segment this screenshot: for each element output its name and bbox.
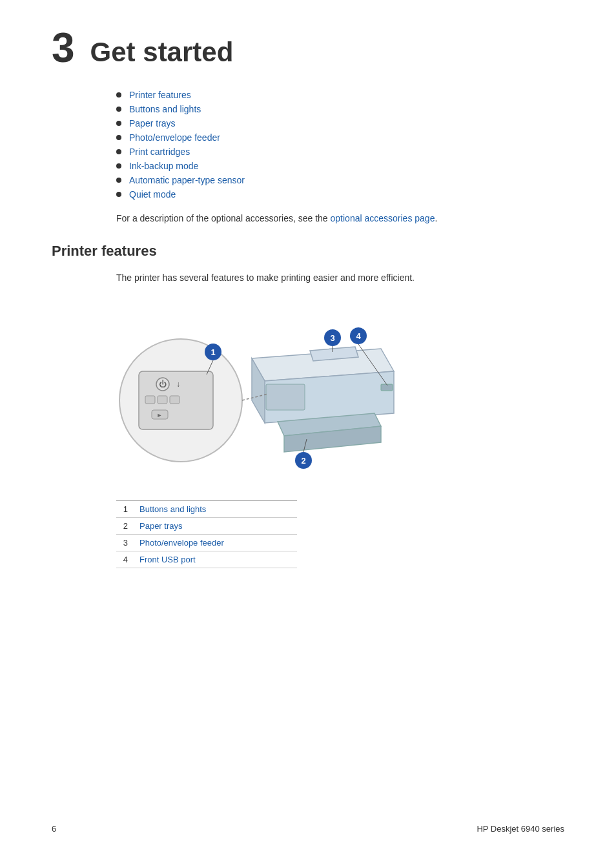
- toc-link-buttons-lights[interactable]: Buttons and lights: [129, 104, 201, 114]
- bullet-icon: [116, 163, 121, 169]
- list-item: Buttons and lights: [116, 102, 564, 116]
- list-item: Printer features: [116, 88, 564, 102]
- bullet-icon: [116, 149, 121, 154]
- toc-link-photo-feeder[interactable]: Photo/envelope feeder: [129, 132, 220, 143]
- table-row: 3 Photo/envelope feeder: [116, 535, 297, 551]
- accessories-link[interactable]: optional accessories page: [331, 213, 435, 223]
- list-item: Automatic paper-type sensor: [116, 173, 564, 187]
- toc-link-printer-features[interactable]: Printer features: [129, 90, 191, 100]
- accessories-note: For a description of the optional access…: [116, 213, 564, 223]
- chapter-title: Get started: [90, 37, 234, 67]
- bullet-icon: [116, 192, 121, 197]
- svg-rect-5: [145, 396, 155, 404]
- legend-number: 3: [116, 535, 134, 551]
- legend-label[interactable]: Buttons and lights: [134, 501, 297, 518]
- list-item: Print cartridges: [116, 145, 564, 159]
- list-item: Paper trays: [116, 116, 564, 130]
- svg-text:↓: ↓: [176, 380, 180, 389]
- bullet-icon: [116, 107, 121, 112]
- list-item: Photo/envelope feeder: [116, 130, 564, 145]
- legend-label[interactable]: Front USB port: [134, 551, 297, 568]
- toc-link-print-cartridges[interactable]: Print cartridges: [129, 147, 190, 157]
- page-number: 6: [52, 824, 56, 834]
- bullet-icon: [116, 92, 121, 98]
- section-description: The printer has several features to make…: [116, 271, 564, 285]
- svg-rect-7: [170, 396, 180, 404]
- legend-table: 1 Buttons and lights 2 Paper trays 3 Pho…: [116, 500, 297, 568]
- section-heading-printer-features: Printer features: [52, 243, 564, 262]
- list-item: Ink-backup mode: [116, 159, 564, 173]
- bullet-icon: [116, 178, 121, 183]
- legend-label[interactable]: Photo/envelope feeder: [134, 535, 297, 551]
- list-item: Quiet mode: [116, 187, 564, 201]
- bullet-icon: [116, 135, 121, 140]
- svg-text:1: 1: [210, 347, 215, 357]
- svg-text:2: 2: [301, 456, 305, 466]
- toc-list: Printer features Buttons and lights Pape…: [116, 88, 564, 201]
- legend-number: 4: [116, 551, 134, 568]
- bullet-icon: [116, 121, 121, 126]
- svg-text:4: 4: [356, 331, 361, 341]
- svg-text:⏻: ⏻: [159, 380, 167, 389]
- legend-label[interactable]: Paper trays: [134, 518, 297, 535]
- svg-text:►: ►: [157, 412, 163, 418]
- svg-rect-17: [381, 384, 393, 391]
- product-name: HP Deskjet 6940 series: [477, 824, 564, 834]
- svg-text:3: 3: [330, 333, 334, 343]
- legend-number: 2: [116, 518, 134, 535]
- chapter-number: 3: [52, 27, 75, 68]
- printer-illustration: ⏻ ↓ ►: [103, 300, 413, 481]
- table-row: 1 Buttons and lights: [116, 501, 297, 518]
- table-row: 2 Paper trays: [116, 518, 297, 535]
- legend-number: 1: [116, 501, 134, 518]
- table-row: 4 Front USB port: [116, 551, 297, 568]
- footer: 6 HP Deskjet 6940 series: [52, 824, 564, 834]
- printer-diagram: ⏻ ↓ ►: [103, 300, 413, 481]
- toc-link-ink-backup[interactable]: Ink-backup mode: [129, 161, 198, 171]
- chapter-header: 3 Get started: [52, 32, 564, 68]
- svg-rect-16: [266, 384, 305, 410]
- toc-link-paper-trays[interactable]: Paper trays: [129, 118, 176, 128]
- toc-link-paper-sensor[interactable]: Automatic paper-type sensor: [129, 175, 245, 185]
- svg-rect-6: [158, 396, 167, 404]
- toc-link-quiet-mode[interactable]: Quiet mode: [129, 189, 176, 200]
